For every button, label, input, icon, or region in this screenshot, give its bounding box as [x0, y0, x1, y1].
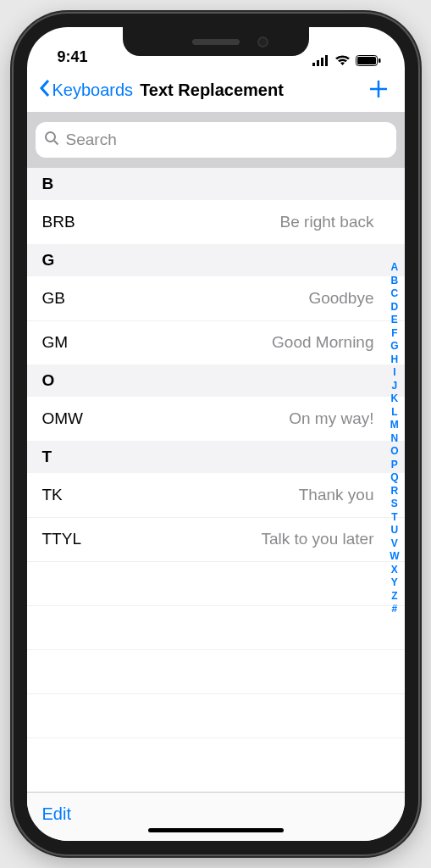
section-header: G — [27, 244, 405, 276]
index-letter[interactable]: E — [391, 314, 398, 327]
home-indicator[interactable] — [148, 828, 284, 832]
svg-rect-1 — [317, 60, 319, 66]
index-letter[interactable]: Q — [390, 471, 398, 485]
phrase-text: Goodbye — [308, 289, 389, 308]
index-letter[interactable]: J — [391, 380, 397, 393]
phrase-text: Good Morning — [272, 333, 389, 352]
nav-bar: Keyboards Text Replacement — [27, 70, 405, 112]
empty-row — [27, 693, 405, 737]
search-input[interactable] — [66, 131, 388, 149]
index-letter[interactable]: U — [391, 524, 399, 537]
status-time: 9:41 — [58, 48, 88, 66]
shortcut-text: TTYL — [42, 530, 81, 548]
empty-row — [27, 649, 405, 693]
replacement-row[interactable]: OMWOn my way! — [27, 397, 405, 441]
replacement-row[interactable]: GMGood Morning — [27, 320, 405, 364]
shortcut-text: OMW — [42, 409, 84, 428]
replacement-row[interactable]: TKThank you — [27, 473, 405, 517]
toolbar: Edit — [27, 792, 405, 841]
back-label: Keyboards — [52, 81, 134, 100]
add-button[interactable] — [364, 75, 393, 107]
index-letter[interactable]: N — [391, 432, 399, 446]
phrase-text: Be right back — [280, 213, 390, 231]
index-letter[interactable]: W — [390, 550, 399, 564]
empty-row — [27, 605, 405, 649]
search-icon — [44, 131, 59, 149]
index-letter[interactable]: C — [391, 287, 399, 301]
phrase-text: On my way! — [289, 409, 389, 428]
index-letter[interactable]: I — [393, 366, 395, 380]
svg-rect-2 — [321, 58, 323, 66]
index-letter[interactable]: X — [391, 564, 398, 577]
index-letter[interactable]: L — [391, 406, 397, 420]
index-letter[interactable]: Y — [391, 576, 398, 590]
replacement-row[interactable]: GBGoodbye — [27, 276, 405, 320]
index-letter[interactable]: V — [391, 537, 398, 551]
section-index[interactable]: ABCDEFGHIJKLMNOPQRSTUVWXYZ# — [390, 261, 399, 616]
index-letter[interactable]: K — [391, 392, 399, 406]
phrase-text: Thank you — [299, 486, 390, 504]
index-letter[interactable]: B — [391, 275, 399, 288]
index-letter[interactable]: T — [391, 511, 397, 525]
index-letter[interactable]: S — [391, 498, 398, 511]
index-letter[interactable]: M — [390, 419, 399, 432]
shortcut-text: GM — [42, 333, 69, 352]
svg-rect-6 — [379, 58, 381, 63]
svg-rect-0 — [312, 63, 315, 66]
section-header: O — [27, 364, 405, 397]
index-letter[interactable]: D — [391, 301, 399, 314]
index-letter[interactable]: O — [390, 445, 398, 459]
svg-line-10 — [54, 141, 58, 145]
section-header: B — [27, 168, 405, 200]
edit-button[interactable]: Edit — [42, 804, 71, 824]
replacement-row[interactable]: TTYLTalk to you later — [27, 517, 405, 561]
phrase-text: Talk to you later — [261, 530, 389, 548]
shortcut-text: GB — [42, 289, 65, 308]
shortcut-text: BRB — [42, 213, 75, 231]
page-title: Text Replacement — [140, 81, 284, 100]
chevron-left-icon — [39, 79, 51, 102]
plus-icon — [367, 88, 390, 103]
svg-point-9 — [46, 132, 55, 142]
svg-rect-5 — [357, 57, 376, 64]
svg-rect-3 — [325, 55, 328, 66]
index-letter[interactable]: P — [391, 459, 398, 472]
index-letter[interactable]: R — [391, 485, 399, 498]
empty-row — [27, 561, 405, 605]
cellular-icon — [312, 55, 329, 66]
wifi-icon — [334, 55, 351, 66]
section-header: T — [27, 441, 405, 473]
replacement-row[interactable]: BRBBe right back — [27, 200, 405, 244]
index-letter[interactable]: A — [391, 261, 399, 275]
index-letter[interactable]: F — [391, 327, 397, 341]
index-letter[interactable]: Z — [391, 590, 397, 604]
empty-row — [27, 737, 405, 782]
index-letter[interactable]: G — [390, 340, 398, 353]
index-letter[interactable]: H — [391, 353, 399, 367]
shortcut-text: TK — [42, 486, 63, 504]
battery-icon — [356, 55, 381, 66]
index-letter[interactable]: # — [391, 603, 397, 616]
search-bar — [27, 112, 405, 168]
back-button[interactable]: Keyboards — [39, 79, 134, 102]
